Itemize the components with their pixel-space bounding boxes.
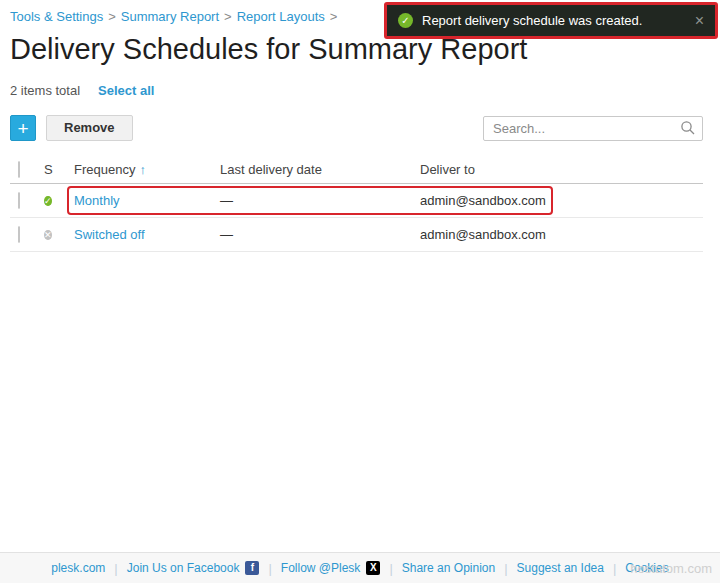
list-controls: 2 items total Select all (10, 83, 703, 98)
sort-asc-icon: ↑ (139, 162, 146, 177)
items-total-label: 2 items total (10, 83, 80, 98)
column-header-status: S (44, 162, 74, 177)
footer-separator: | (613, 561, 616, 576)
breadcrumb-summary-report[interactable]: Summary Report (121, 9, 219, 24)
deliver-to-cell: admin@sandbox.com (420, 193, 703, 208)
success-check-icon: ✓ (398, 13, 413, 28)
breadcrumb-separator: > (330, 9, 338, 24)
search-box (483, 116, 703, 141)
add-schedule-button[interactable]: + (10, 115, 36, 141)
footer-link-idea[interactable]: Suggest an Idea (517, 561, 604, 575)
footer-link-twitter[interactable]: Follow @Plesk (281, 561, 361, 575)
row-checkbox[interactable] (18, 192, 20, 209)
breadcrumb-separator: > (224, 9, 232, 24)
column-header-deliver-to[interactable]: Deliver to (420, 162, 703, 177)
select-all-link[interactable]: Select all (98, 83, 154, 98)
toast-close-icon[interactable]: × (695, 14, 704, 28)
status-disabled-icon: ✕ (44, 230, 52, 240)
footer-separator: | (268, 561, 271, 576)
row-checkbox[interactable] (18, 226, 20, 243)
breadcrumb-separator: > (108, 9, 116, 24)
table-header-row: S Frequency↑ Last delivery date Deliver … (10, 156, 703, 184)
last-delivery-cell: — (220, 193, 420, 208)
column-header-frequency[interactable]: Frequency↑ (74, 162, 220, 177)
footer-separator: | (504, 561, 507, 576)
select-all-checkbox[interactable] (18, 161, 20, 178)
deliver-to-cell: admin@sandbox.com (420, 227, 703, 242)
hostatom-watermark: hostatom.com (630, 561, 712, 576)
footer-link-facebook[interactable]: Join Us on Facebook (127, 561, 240, 575)
toast-message: Report delivery schedule was created. (422, 13, 687, 28)
frequency-link-monthly[interactable]: Monthly (74, 193, 120, 208)
frequency-link-switched-off[interactable]: Switched off (74, 227, 145, 242)
remove-button[interactable]: Remove (46, 115, 133, 141)
breadcrumb-tools-settings[interactable]: Tools & Settings (10, 9, 103, 24)
column-header-last-delivery[interactable]: Last delivery date (220, 162, 420, 177)
last-delivery-cell: — (220, 227, 420, 242)
footer-link-opinion[interactable]: Share an Opinion (402, 561, 495, 575)
status-enabled-icon: ✓ (44, 196, 52, 206)
facebook-icon[interactable]: f (245, 561, 259, 575)
footer-separator: | (389, 561, 392, 576)
table-row: ✓ Monthly — admin@sandbox.com (10, 184, 703, 218)
success-toast: ✓ Report delivery schedule was created. … (387, 5, 715, 36)
footer-separator: | (114, 561, 117, 576)
search-icon[interactable] (680, 120, 696, 136)
footer-link-plesk[interactable]: plesk.com (51, 561, 105, 575)
search-input[interactable] (483, 116, 703, 141)
toolbar: + Remove (10, 115, 703, 141)
schedules-table: S Frequency↑ Last delivery date Deliver … (10, 156, 703, 252)
plesk-page: ✓ Report delivery schedule was created. … (0, 0, 720, 583)
toast-annotation-box: ✓ Report delivery schedule was created. … (384, 2, 718, 39)
x-social-icon[interactable]: X (366, 561, 380, 575)
footer: plesk.com | Join Us on Facebook f | Foll… (0, 552, 720, 583)
table-row: ✕ Switched off — admin@sandbox.com (10, 218, 703, 252)
breadcrumb-report-layouts[interactable]: Report Layouts (237, 9, 325, 24)
